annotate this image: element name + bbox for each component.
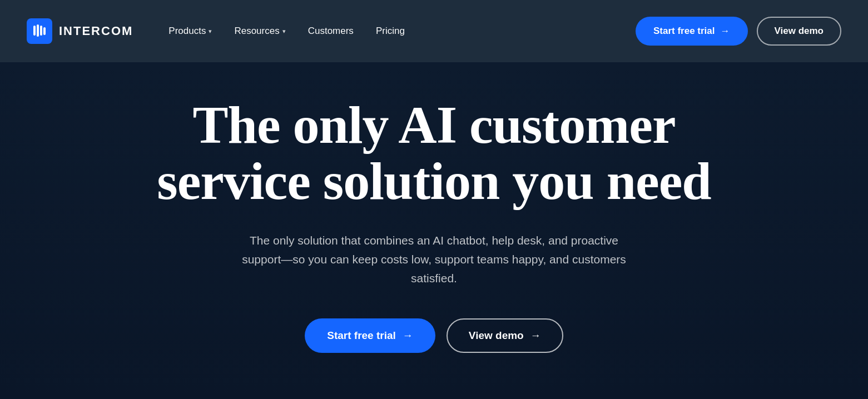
arrow-icon: →	[530, 330, 541, 342]
nav-item-customers[interactable]: Customers	[299, 21, 363, 41]
hero-subtitle: The only solution that combines an AI ch…	[240, 231, 629, 287]
brand-name: INTERCOM	[59, 24, 133, 38]
nav-item-products[interactable]: Products ▾	[160, 21, 221, 41]
arrow-icon: →	[721, 26, 730, 37]
hero-view-demo-button[interactable]: View demo →	[447, 318, 563, 353]
svg-rect-1	[37, 24, 39, 37]
hero-title: The only AI customer service solution yo…	[128, 97, 740, 210]
svg-rect-2	[40, 26, 42, 36]
chevron-down-icon: ▾	[209, 28, 212, 35]
nav-start-free-trial-button[interactable]: Start free trial →	[636, 17, 748, 46]
svg-rect-0	[33, 26, 36, 36]
logo-link[interactable]: INTERCOM	[27, 18, 133, 44]
nav-links: Products ▾ Resources ▾ Customers Pricing	[160, 21, 636, 41]
svg-rect-3	[43, 27, 46, 35]
intercom-icon	[32, 23, 47, 39]
hero-start-free-trial-button[interactable]: Start free trial →	[305, 318, 435, 353]
nav-cta-area: Start free trial → View demo	[636, 17, 841, 46]
nav-view-demo-button[interactable]: View demo	[757, 17, 842, 46]
logo-icon	[27, 18, 52, 44]
nav-item-resources[interactable]: Resources ▾	[225, 21, 294, 41]
hero-section: The only AI customer service solution yo…	[0, 62, 868, 399]
chevron-down-icon: ▾	[282, 28, 286, 35]
arrow-icon: →	[403, 330, 413, 342]
hero-cta-area: Start free trial → View demo →	[305, 318, 563, 353]
navbar: INTERCOM Products ▾ Resources ▾ Customer…	[0, 0, 868, 62]
nav-item-pricing[interactable]: Pricing	[367, 21, 414, 41]
